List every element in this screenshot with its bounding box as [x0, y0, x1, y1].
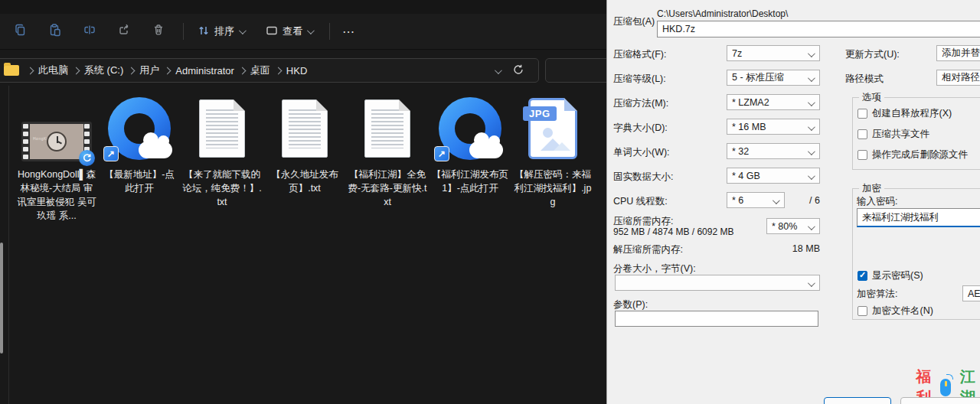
pane-divider — [8, 86, 9, 404]
password-input[interactable]: 来福利江湖找福利 — [857, 208, 980, 227]
file-item-qq-shortcut[interactable]: ↗ 【最新地址】-点此打开 — [98, 93, 181, 223]
file-item-txt[interactable]: 【永久地址发布页】.txt — [263, 93, 346, 223]
word-size-select[interactable]: * 32 — [727, 143, 820, 159]
rename-button[interactable] — [78, 20, 101, 43]
delete-after-checkbox[interactable] — [858, 150, 867, 160]
path-mode-label: 路径模式 — [845, 73, 884, 86]
archive-label: 压缩包(A) — [613, 15, 655, 28]
shortcut-arrow-icon: ↗ — [434, 146, 449, 161]
chevron-down-icon — [808, 172, 815, 180]
sort-label: 排序 — [214, 24, 234, 38]
memory-usage-values: 952 MB / 4874 MB / 6092 MB — [613, 226, 733, 237]
solid-size-select[interactable]: * 4 GB — [727, 168, 820, 184]
update-mode-value: 添加并替换 — [942, 47, 980, 60]
address-dropdown-icon[interactable] — [495, 67, 502, 74]
format-label: 压缩格式(F): — [613, 48, 666, 61]
text-file-icon — [282, 99, 328, 158]
method-select[interactable]: * LZMA2 — [727, 94, 820, 110]
chevron-down-icon — [808, 123, 815, 131]
volume-size-select[interactable] — [615, 275, 820, 291]
file-name: 【福利江湖发布页1】-点此打开 — [430, 168, 510, 195]
word-size-value: * 32 — [732, 146, 749, 157]
media-player-badge-icon — [79, 150, 95, 166]
file-item-qq-shortcut[interactable]: ↗ 【福利江湖发布页1】-点此打开 — [429, 93, 511, 223]
show-password-checkbox[interactable] — [858, 271, 867, 281]
sort-button[interactable]: 排序 — [191, 20, 250, 43]
encryption-method-label: 加密算法: — [857, 288, 897, 301]
breadcrumb-separator-icon — [274, 67, 282, 74]
breadcrumb-drive-c[interactable]: 系统 (C:) — [84, 64, 123, 77]
refresh-icon[interactable] — [512, 64, 524, 79]
compress-shared-checkbox[interactable] — [858, 129, 867, 139]
breadcrumb-separator-icon — [164, 67, 172, 74]
format-select[interactable]: 7z — [727, 45, 820, 61]
chevron-down-icon — [808, 74, 815, 82]
file-item-txt[interactable]: 【来了就能下载的论坛，纯免费！】.txt — [181, 93, 263, 223]
chevron-down-icon — [808, 148, 815, 155]
copy-button[interactable] — [9, 20, 32, 43]
dictionary-value: * 16 MB — [732, 122, 766, 132]
file-name: 【解压密码：来福利江湖找福利】.jpg — [513, 168, 593, 209]
compress-shared-label: 压缩共享文件 — [872, 128, 929, 141]
cpu-threads-select[interactable]: * 6 — [727, 192, 785, 208]
encrypt-filenames-checkbox[interactable] — [858, 306, 867, 316]
qq-browser-icon: ↗ — [108, 97, 171, 160]
address-bar[interactable]: 此电脑 系统 (C:) 用户 Administrator 桌面 HKD — [0, 58, 539, 83]
solid-size-label: 固实数据大小: — [613, 171, 673, 184]
rename-icon — [83, 23, 96, 40]
breadcrumb-administrator[interactable]: Administrator — [175, 65, 234, 77]
delete-button[interactable] — [147, 20, 170, 43]
scrollbar-thumb[interactable] — [0, 243, 3, 354]
breadcrumb-hkd[interactable]: HKD — [286, 65, 307, 77]
jpg-file-icon: JPG — [528, 98, 577, 159]
parameters-label: 参数(P): — [613, 298, 648, 311]
explorer-command-bar: 排序 查看 ⋯ — [0, 14, 606, 50]
more-options-button[interactable]: ⋯ — [342, 24, 355, 39]
trash-icon — [152, 23, 165, 40]
7zip-add-archive-dialog: 压缩包(A) C:\Users\Administrator\Desktop\ H… — [606, 0, 980, 404]
breadcrumb-desktop[interactable]: 桌面 — [250, 64, 270, 77]
file-item-txt[interactable]: 【福利江湖】全免费-无套路-更新快.txt — [346, 93, 429, 223]
breadcrumb-separator-icon — [238, 67, 246, 74]
chevron-down-icon — [773, 197, 780, 204]
shortcut-arrow-icon: ↗ — [103, 146, 119, 161]
method-value: * LZMA2 — [732, 97, 769, 108]
breadcrumb-users[interactable]: 用户 — [139, 64, 159, 77]
clock-thumbnail — [47, 132, 67, 152]
file-explorer-window: 排序 查看 ⋯ 此电脑 系统 (C:) 用户 Administrator — [0, 0, 606, 404]
breadcrumb-this-pc[interactable]: 此电脑 — [38, 64, 68, 77]
dictionary-select[interactable]: * 16 MB — [727, 119, 820, 135]
level-select[interactable]: 5 - 标准压缩 — [727, 70, 820, 86]
file-item-jpg[interactable]: JPG 【解压密码：来福利江湖找福利】.jpg — [511, 93, 594, 223]
file-grid: HongKongDoll HongKongDoll▌森林秘境-大结局 审讯室里被… — [15, 93, 594, 223]
chevron-down-icon — [239, 27, 247, 34]
file-name: 【永久地址发布页】.txt — [265, 168, 345, 195]
chevron-down-icon — [808, 50, 815, 57]
encryption-method-select[interactable]: AES-256 — [962, 285, 980, 301]
memory-percent-select[interactable]: * 80% — [766, 218, 820, 234]
ok-button[interactable] — [824, 397, 891, 404]
cancel-button[interactable] — [900, 397, 980, 404]
memory-percent-value: * 80% — [772, 221, 797, 232]
parameters-input[interactable] — [615, 311, 818, 327]
delete-after-label: 操作完成后删除源文件 — [872, 148, 968, 161]
archive-name-input[interactable]: HKD.7z — [657, 21, 980, 37]
view-icon — [266, 25, 278, 38]
paste-button[interactable] — [44, 20, 67, 43]
create-sfx-checkbox[interactable] — [858, 109, 867, 119]
archive-path: C:\Users\Administrator\Desktop\ — [657, 8, 788, 19]
breadcrumb-separator-icon — [27, 67, 34, 74]
view-button[interactable]: 查看 — [260, 20, 318, 43]
update-mode-select[interactable]: 添加并替换 — [936, 45, 980, 61]
update-mode-label: 更新方式(U): — [845, 48, 900, 61]
options-group-title: 选项 — [859, 91, 884, 104]
encryption-group-title: 加密 — [859, 182, 884, 195]
decompress-memory-value: 18 MB — [743, 243, 820, 254]
chevron-down-icon — [808, 223, 815, 230]
level-value: 5 - 标准压缩 — [732, 71, 784, 84]
file-item-video[interactable]: HongKongDoll HongKongDoll▌森林秘境-大结局 审讯室里被… — [15, 93, 98, 223]
create-sfx-label: 创建自释放程序(X) — [872, 107, 952, 120]
path-mode-select[interactable]: 相对路径 — [936, 70, 980, 86]
share-button[interactable] — [113, 20, 136, 43]
word-size-label: 单词大小(W): — [613, 146, 670, 159]
